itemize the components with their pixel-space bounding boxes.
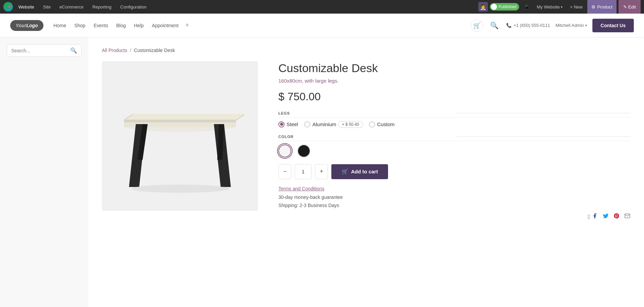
- site-logo[interactable]: YourLogo: [10, 20, 43, 31]
- search-icon[interactable]: 🔍: [489, 19, 501, 32]
- svg-point-2: [8, 6, 11, 8]
- custom-radio-icon: [369, 121, 375, 127]
- odoo-logo-icon[interactable]: [3, 2, 13, 12]
- edit-button[interactable]: ✎ Edit: [619, 0, 641, 14]
- product-label: Product: [597, 4, 612, 10]
- nav-home[interactable]: Home: [50, 14, 70, 37]
- svg-rect-9: [124, 120, 236, 122]
- product-area: All Products / Customizable Desk: [88, 37, 644, 307]
- product-title: Customizable Desk: [278, 61, 630, 75]
- breadcrumb-all-products[interactable]: All Products: [102, 48, 127, 53]
- product-terms-info: Terms and Conditions 30-day money-back g…: [278, 186, 630, 210]
- new-button[interactable]: + New: [567, 0, 585, 14]
- nav-appointment[interactable]: Appointment: [148, 14, 182, 37]
- guarantee-line: 30-day money-back guarantee: [278, 193, 630, 202]
- legs-options-row: Steel Aluminium + $ 50.40 Custom: [278, 121, 630, 128]
- search-box: 🔍: [7, 44, 81, 57]
- user-avatar[interactable]: 🧑‍💼: [478, 2, 488, 12]
- color-white[interactable]: [278, 144, 291, 157]
- aluminium-price-badge: + $ 50.40: [338, 121, 363, 128]
- left-panel: 🔍: [0, 37, 88, 307]
- main-content: 🔍 All Products / Customizable Desk: [0, 37, 644, 307]
- color-label-text: COLOR: [278, 135, 453, 139]
- admin-nav-configuration[interactable]: Configuration: [117, 0, 150, 14]
- admin-nav-reporting[interactable]: Reporting: [89, 0, 115, 14]
- product-button[interactable]: ⚙ Product: [587, 0, 617, 14]
- color-black[interactable]: [297, 144, 310, 157]
- nav-help[interactable]: Help: [131, 14, 147, 37]
- username-label: Mitchell Admin: [555, 23, 584, 28]
- legs-label-text: LEGS: [278, 111, 453, 115]
- my-website-dropdown[interactable]: My Website ▾: [534, 0, 565, 14]
- quantity-input[interactable]: [295, 164, 312, 179]
- toggle-circle-icon: [491, 4, 497, 10]
- shipping-line: Shipping: 2-3 Business Days: [278, 202, 630, 210]
- search-input[interactable]: [11, 48, 68, 53]
- twitter-share-icon[interactable]: [603, 213, 609, 221]
- legs-option-section: LEGS Steel Aluminium + $ 50.: [278, 111, 630, 128]
- social-row: : [278, 213, 630, 221]
- new-label: + New: [570, 4, 583, 10]
- published-label: Published: [499, 4, 517, 9]
- svg-point-14: [131, 185, 229, 193]
- legs-label: LEGS: [278, 111, 630, 118]
- legs-option-aluminium[interactable]: Aluminium + $ 50.40: [304, 121, 363, 128]
- product-image-area: [102, 61, 258, 221]
- product-info: Customizable Desk 160x80cm, with large l…: [278, 61, 630, 221]
- color-divider: [456, 136, 631, 137]
- nav-shop[interactable]: Shop: [71, 14, 89, 37]
- add-to-cart-label: Add to cart: [351, 169, 378, 174]
- admin-bar-left: Website Site eCommerce Reporting Configu…: [3, 0, 478, 14]
- product-subtitle: 160x80cm, with large legs.: [278, 78, 630, 84]
- steel-radio-icon: [278, 121, 284, 127]
- product-image: [102, 61, 258, 211]
- user-dropdown-icon: ▾: [585, 23, 587, 27]
- phone-icon: 📞: [506, 23, 512, 28]
- add-nav-item-button[interactable]: +: [183, 22, 191, 29]
- quantity-decrease-button[interactable]: −: [278, 164, 291, 179]
- product-detail: Customizable Desk 160x80cm, with large l…: [102, 61, 630, 221]
- cart-icon-btn-icon: 🛒: [342, 168, 348, 175]
- cart-icon[interactable]: 🛒: [471, 19, 483, 32]
- add-to-cart-button[interactable]: 🛒 Add to cart: [331, 164, 388, 179]
- admin-nav-website[interactable]: Website: [15, 0, 38, 14]
- cart-row: − + 🛒 Add to cart: [278, 164, 630, 179]
- pinterest-share-icon[interactable]: [613, 213, 620, 221]
- email-share-icon[interactable]: [624, 213, 630, 221]
- admin-nav-site[interactable]: Site: [40, 0, 54, 14]
- legs-option-custom[interactable]: Custom: [369, 121, 395, 127]
- mobile-icon: 📱: [524, 4, 529, 10]
- color-option-section: COLOR: [278, 135, 630, 157]
- phone-area: 📞 +1 (650) 555-0111: [506, 23, 550, 28]
- legs-divider: [456, 113, 631, 113]
- breadcrumb-current: Customizable Desk: [134, 48, 175, 53]
- breadcrumb-separator: /: [130, 48, 131, 53]
- mobile-view-btn[interactable]: 📱: [521, 0, 532, 14]
- website-nav: YourLogo Home Shop Events Blog Help Appo…: [0, 14, 644, 37]
- logo-logo-text: Logo: [26, 23, 38, 28]
- custom-label: Custom: [377, 121, 395, 127]
- search-submit-icon[interactable]: 🔍: [70, 47, 77, 54]
- admin-bar: Website Site eCommerce Reporting Configu…: [0, 0, 644, 14]
- logo-your-text: Your: [16, 23, 26, 28]
- contact-us-button[interactable]: Contact Us: [592, 19, 634, 32]
- quantity-increase-button[interactable]: +: [315, 164, 328, 179]
- dropdown-arrow-icon: ▾: [561, 5, 563, 9]
- phone-number: +1 (650) 555-0111: [514, 23, 550, 28]
- nav-right: 🛒 🔍 📞 +1 (650) 555-0111 Mitchell Admin ▾…: [471, 19, 634, 32]
- aluminium-label: Aluminium: [312, 121, 336, 127]
- published-toggle[interactable]: Published: [490, 3, 519, 11]
- terms-and-conditions-link[interactable]: Terms and Conditions: [278, 186, 630, 191]
- product-price: $ 750.00: [278, 90, 630, 103]
- gear-icon: ⚙: [591, 4, 595, 10]
- facebook-share-icon[interactable]: : [588, 213, 598, 221]
- nav-blog[interactable]: Blog: [113, 14, 129, 37]
- steel-label: Steel: [287, 121, 298, 127]
- admin-nav-ecommerce[interactable]: eCommerce: [56, 0, 87, 14]
- legs-option-steel[interactable]: Steel: [278, 121, 298, 127]
- nav-links: Home Shop Events Blog Help Appointment +: [50, 14, 471, 37]
- user-menu[interactable]: Mitchell Admin ▾: [555, 23, 587, 28]
- color-label: COLOR: [278, 135, 630, 141]
- nav-events[interactable]: Events: [90, 14, 112, 37]
- product-image-box: [102, 61, 258, 211]
